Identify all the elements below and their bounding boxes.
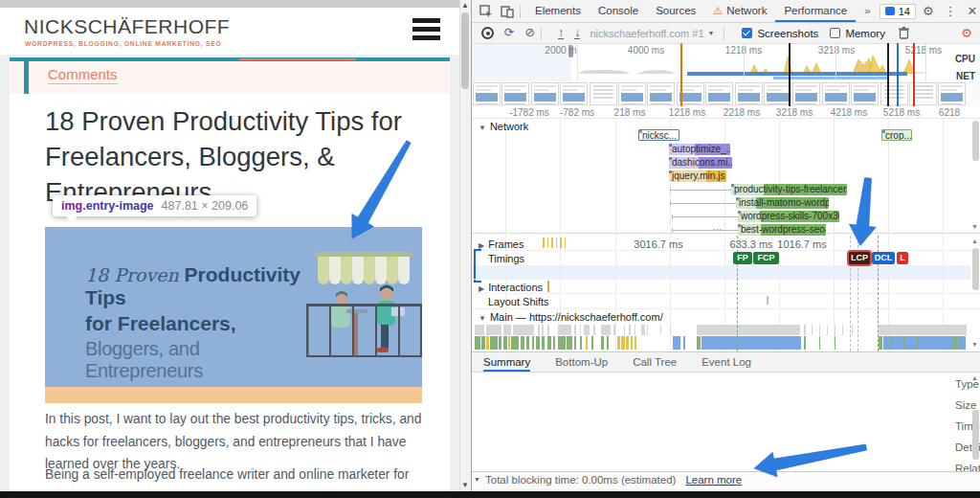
flame-task-segment[interactable] <box>593 325 595 335</box>
flame-activity-segment[interactable] <box>586 336 588 350</box>
disclosure-triangle-icon[interactable]: ▼ <box>479 314 486 323</box>
flame-activity-segment[interactable] <box>673 336 680 350</box>
memory-checkbox[interactable] <box>830 28 840 38</box>
flame-task-segment[interactable] <box>486 325 501 335</box>
flame-task-segment[interactable] <box>580 325 581 335</box>
disclosure-triangle-icon[interactable]: ▼ <box>479 124 486 132</box>
flame-activity-segment[interactable] <box>683 336 685 350</box>
network-request-bar[interactable]: dashicons.mi... <box>669 157 732 169</box>
scroll-down-icon[interactable]: ▼ <box>461 481 469 489</box>
flame-activity-segment[interactable] <box>697 336 701 350</box>
network-request-bar[interactable]: autoptimize_... <box>669 144 730 155</box>
settings-gear-icon[interactable]: ⚙ <box>916 4 941 18</box>
timing-badge-lcp[interactable]: LCP <box>849 252 870 264</box>
filmstrip-thumbnail[interactable] <box>792 82 820 105</box>
flame-task-segment[interactable] <box>819 325 820 335</box>
filmstrip-thumbnail[interactable] <box>705 82 733 105</box>
timing-badge-fp[interactable]: FP <box>733 252 752 264</box>
flame-activity-segment[interactable] <box>558 336 566 350</box>
device-toolbar-icon[interactable] <box>501 5 514 18</box>
screenshots-checkbox[interactable] <box>742 28 752 38</box>
flame-activity-segment[interactable] <box>903 336 905 350</box>
flame-task-segment[interactable] <box>475 325 484 335</box>
filmstrip-thumbnail[interactable] <box>822 82 850 105</box>
flame-activity-segment[interactable] <box>591 336 593 350</box>
kebab-menu-icon[interactable]: ⋮ <box>941 4 961 18</box>
network-request-bar[interactable]: best-wordpress-seo-plu... <box>738 224 826 236</box>
scrollbar-thumb[interactable] <box>972 410 979 460</box>
frames-section-title[interactable]: ▶Frames <box>479 238 523 250</box>
flame-task-segment[interactable] <box>879 325 967 335</box>
scroll-down-icon[interactable]: ▼ <box>971 341 978 348</box>
flame-task-segment[interactable] <box>558 325 571 335</box>
close-devtools-icon[interactable]: ✕ <box>961 4 980 18</box>
flame-activity-segment[interactable] <box>503 336 507 350</box>
flame-activity-segment[interactable] <box>631 336 633 350</box>
flame-task-segment[interactable] <box>827 325 828 335</box>
filmstrip-thumbnail[interactable] <box>938 82 966 105</box>
flame-activity-segment[interactable] <box>574 336 576 350</box>
flame-task-segment[interactable] <box>547 325 549 335</box>
flame-activity-segment[interactable] <box>580 336 582 350</box>
flame-activity-segment[interactable] <box>475 336 480 350</box>
clear-recording-icon[interactable]: ⊘ <box>524 27 534 39</box>
scroll-down-icon[interactable]: ▼ <box>971 223 978 230</box>
filmstrip-thumbnail[interactable] <box>851 82 879 105</box>
flame-activity-segment[interactable] <box>601 336 604 350</box>
interactions-section-title[interactable]: ▶Interactions <box>479 282 543 293</box>
scrollbar-thumb[interactable] <box>972 121 979 161</box>
flame-task-segment[interactable] <box>542 325 544 335</box>
load-profile-icon[interactable]: ↓ <box>574 27 580 40</box>
filmstrip-thumbnail[interactable] <box>735 82 763 105</box>
flame-task-segment[interactable] <box>852 325 853 335</box>
layout-shifts-section-title[interactable]: Layout Shifts <box>488 296 549 307</box>
inspect-element-icon[interactable] <box>479 5 493 18</box>
flame-task-segment[interactable] <box>538 325 540 335</box>
flame-activity-segment[interactable] <box>486 336 489 350</box>
flame-activity-segment[interactable] <box>626 336 629 350</box>
drawer-tab-event-log[interactable]: Event Log <box>702 352 751 372</box>
filmstrip-thumbnail[interactable] <box>473 82 501 105</box>
network-request-bar[interactable]: nicksc... <box>638 129 679 141</box>
flame-task-segment[interactable] <box>835 325 835 335</box>
flame-activity-segment[interactable] <box>499 336 501 350</box>
network-request-bar[interactable]: jquery.min.js ... <box>669 170 726 182</box>
tab-elements[interactable]: Elements <box>526 0 590 22</box>
tab-sources[interactable]: Sources <box>647 0 704 22</box>
filmstrip-thumbnail[interactable] <box>590 82 617 105</box>
filmstrip-thumbnail[interactable] <box>764 82 791 105</box>
flame-activity-segment[interactable] <box>621 336 625 350</box>
record-button[interactable] <box>481 27 494 39</box>
tab-console[interactable]: Console <box>590 0 647 22</box>
disclosure-triangle-icon[interactable]: ▶ <box>479 284 484 293</box>
network-request-bar[interactable]: wordpress-skills-700x300.... <box>738 211 839 222</box>
tab-network[interactable]: Network <box>718 0 775 22</box>
learn-more-link[interactable]: Learn more <box>685 474 742 486</box>
flame-activity-segment[interactable] <box>953 336 956 350</box>
flame-task-segment[interactable] <box>601 325 611 335</box>
filmstrip-thumbnail[interactable] <box>647 82 675 105</box>
disclosure-triangle-icon[interactable]: ▶ <box>479 241 484 250</box>
flame-activity-segment[interactable] <box>536 336 540 350</box>
filmstrip-thumbnail[interactable] <box>618 82 646 105</box>
scrollbar-thumb[interactable] <box>972 248 979 290</box>
flame-activity-segment[interactable] <box>521 336 524 350</box>
flame-task-segment[interactable] <box>503 325 511 335</box>
flame-activity-segment[interactable] <box>547 336 551 350</box>
comments-link[interactable]: Comments <box>48 66 118 84</box>
drawer-tab-bottom-up[interactable]: Bottom-Up <box>555 352 608 372</box>
expand-icon[interactable]: ▼ <box>474 476 480 483</box>
flame-activity-segment[interactable] <box>819 336 820 350</box>
flame-task-segment[interactable] <box>660 325 661 335</box>
scroll-up-icon[interactable]: ▲ <box>971 374 978 381</box>
scroll-up-icon[interactable]: ▲ <box>461 1 469 10</box>
flame-task-segment[interactable] <box>804 325 806 335</box>
filmstrip-thumbnail[interactable] <box>531 82 559 105</box>
network-request-bar[interactable]: crop... <box>881 129 912 141</box>
flame-activity-segment[interactable] <box>607 336 609 350</box>
more-tabs-chevron[interactable]: » <box>856 0 879 22</box>
flame-task-segment[interactable] <box>513 325 534 335</box>
flame-task-segment[interactable] <box>842 325 843 335</box>
timing-badge-l[interactable]: L <box>897 252 908 264</box>
flame-task-segment[interactable] <box>635 325 635 335</box>
